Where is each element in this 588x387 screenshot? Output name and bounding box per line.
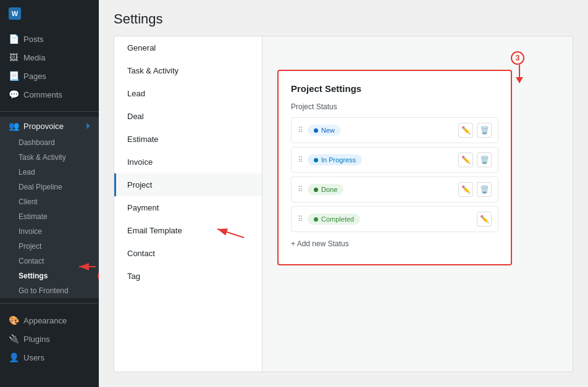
propovoice-arrow xyxy=(86,123,90,129)
delete-status-inprogress[interactable]: 🗑️ xyxy=(477,152,492,167)
page-title: Settings xyxy=(114,11,573,27)
dot-completed xyxy=(314,217,318,222)
settings-nav-general[interactable]: General xyxy=(114,36,262,59)
status-actions-done: ✏️ 🗑️ xyxy=(458,182,492,197)
settings-nav-lead[interactable]: Lead xyxy=(114,82,262,105)
propovoice-submenu: Dashboard Task & Activity Lead Deal Pipe… xyxy=(0,135,99,298)
settings-nav-email-template[interactable]: Email Template xyxy=(114,219,262,242)
edit-status-new[interactable]: ✏️ xyxy=(458,123,473,138)
posts-icon: 📄 xyxy=(9,34,19,44)
dot-inprogress xyxy=(314,158,318,162)
edit-status-inprogress[interactable]: ✏️ xyxy=(458,152,473,167)
project-settings-title: Project Settings xyxy=(291,83,498,94)
sidebar-item-propovoice[interactable]: 👥 Propovoice xyxy=(0,117,99,135)
sidebar-item-pages[interactable]: 📃 Pages xyxy=(0,67,99,85)
sidebar-item-settings[interactable]: Settings 1 xyxy=(0,268,99,283)
status-item-inprogress: ⠿ In Progress ✏️ 🗑️ xyxy=(291,147,498,173)
project-status-label: Project Status xyxy=(291,102,498,111)
status-item-new: ⠿ New ✏️ 🗑️ xyxy=(291,117,498,143)
drag-handle-done[interactable]: ⠿ xyxy=(298,185,303,194)
edit-status-done[interactable]: ✏️ xyxy=(458,182,473,197)
sidebar-item-users[interactable]: 👤 Users xyxy=(0,348,99,367)
sidebar: W 📄 Posts 🖼 Media 📃 Pages 💬 Comments 👥 P… xyxy=(0,0,99,387)
plugins-icon: 🔌 xyxy=(9,334,19,344)
sidebar-item-plugins[interactable]: 🔌 Plugins xyxy=(0,330,99,348)
sidebar-item-estimate[interactable]: Estimate xyxy=(0,209,99,224)
svg-marker-1 xyxy=(516,77,523,83)
project-settings-box: Project Settings Project Status ⠿ New ✏️… xyxy=(277,70,512,265)
media-icon: 🖼 xyxy=(9,52,19,62)
wp-logo-icon: W xyxy=(9,7,21,20)
status-badge-inprogress: In Progress xyxy=(308,154,362,165)
sidebar-item-comments[interactable]: 💬 Comments xyxy=(0,85,99,104)
sidebar-item-client[interactable]: Client xyxy=(0,194,99,209)
settings-nav: General Task & Activity Lead Deal Estima… xyxy=(114,36,262,372)
status-actions-inprogress: ✏️ 🗑️ xyxy=(458,152,492,167)
settings-nav-payment[interactable]: Payment xyxy=(114,196,262,219)
propovoice-icon: 👥 xyxy=(9,121,19,131)
status-actions-completed: ✏️ xyxy=(477,212,492,227)
dot-new xyxy=(314,128,318,133)
sidebar-item-project[interactable]: Project xyxy=(0,239,99,254)
settings-layout: General Task & Activity Lead Deal Estima… xyxy=(99,36,588,387)
main-content: Settings General Task & Activity Lead De… xyxy=(99,0,588,387)
sidebar-item-task-activity[interactable]: Task & Activity xyxy=(0,150,99,165)
pages-icon: 📃 xyxy=(9,71,19,81)
status-badge-new: New xyxy=(308,125,341,136)
page-header: Settings xyxy=(99,0,588,36)
drag-handle-new[interactable]: ⠿ xyxy=(298,126,303,135)
sidebar-item-media[interactable]: 🖼 Media xyxy=(0,48,99,67)
comments-icon: 💬 xyxy=(9,89,19,99)
status-badge-completed: Completed xyxy=(308,214,360,225)
propovoice-section: 👥 Propovoice Dashboard Task & Activity L… xyxy=(0,117,99,298)
delete-status-done[interactable]: 🗑️ xyxy=(477,182,492,197)
status-item-done: ⠿ Done ✏️ 🗑️ xyxy=(291,177,498,202)
settings-nav-deal[interactable]: Deal xyxy=(114,105,262,128)
sidebar-item-go-to-frontend[interactable]: Go to Frontend xyxy=(0,283,99,298)
sidebar-divider-2 xyxy=(0,303,99,304)
settings-nav-tag[interactable]: Tag xyxy=(114,265,262,288)
sidebar-logo[interactable]: W xyxy=(0,0,99,27)
sidebar-item-lead[interactable]: Lead xyxy=(0,165,99,180)
status-item-completed: ⠿ Completed ✏️ xyxy=(291,206,498,232)
sidebar-item-invoice[interactable]: Invoice xyxy=(0,224,99,239)
status-actions-new: ✏️ 🗑️ xyxy=(458,123,492,138)
dot-done xyxy=(314,188,318,192)
sidebar-item-appearance[interactable]: 🎨 Appearance xyxy=(0,311,99,330)
sidebar-item-deal-pipeline[interactable]: Deal Pipeline xyxy=(0,180,99,194)
drag-handle-inprogress[interactable]: ⠿ xyxy=(298,156,303,164)
appearance-icon: 🎨 xyxy=(9,315,19,325)
settings-nav-invoice[interactable]: Invoice xyxy=(114,151,262,173)
edit-status-completed[interactable]: ✏️ xyxy=(477,212,492,227)
settings-nav-estimate[interactable]: Estimate xyxy=(114,128,262,151)
settings-nav-task-activity[interactable]: Task & Activity xyxy=(114,59,262,82)
add-status-button[interactable]: + Add new Status xyxy=(291,236,498,252)
users-icon: 👤 xyxy=(9,352,19,362)
drag-handle-completed[interactable]: ⠿ xyxy=(298,215,303,223)
sidebar-divider-1 xyxy=(0,111,99,112)
annotation-3-container: 3 xyxy=(277,51,537,65)
delete-status-new[interactable]: 🗑️ xyxy=(477,123,492,138)
annotation-3-arrow xyxy=(513,65,526,83)
annotation-3: 3 xyxy=(511,51,524,65)
status-badge-done: Done xyxy=(308,184,343,195)
settings-nav-project[interactable]: Project 2 xyxy=(114,173,262,196)
sidebar-top-section: 📄 Posts 🖼 Media 📃 Pages 💬 Comments xyxy=(0,27,99,106)
sidebar-bottom-section: 🎨 Appearance 🔌 Plugins 👤 Users xyxy=(0,309,99,369)
settings-content: 3 Project Settings Project Status ⠿ New xyxy=(262,36,573,372)
sidebar-item-contact[interactable]: Contact xyxy=(0,254,99,268)
settings-nav-contact[interactable]: Contact xyxy=(114,242,262,265)
sidebar-item-dashboard[interactable]: Dashboard xyxy=(0,135,99,150)
annotation-1: 1 xyxy=(98,270,99,282)
sidebar-item-posts[interactable]: 📄 Posts xyxy=(0,30,99,48)
